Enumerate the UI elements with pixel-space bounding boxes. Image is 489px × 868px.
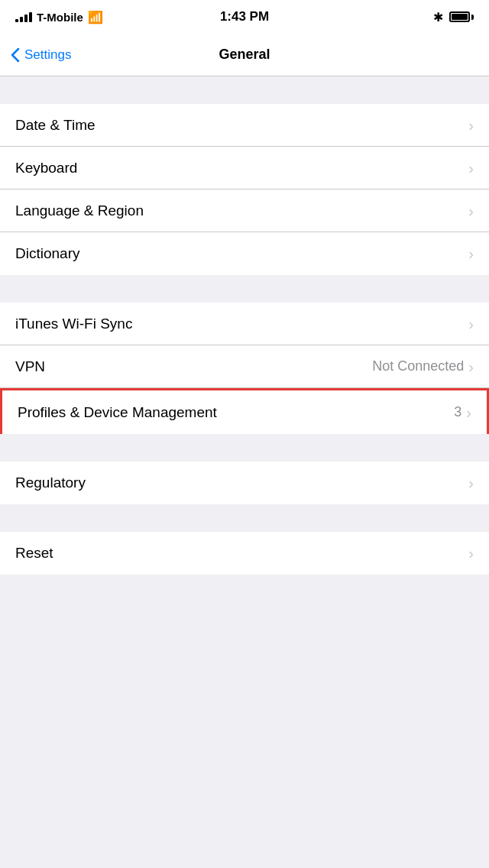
group-spacer-3 (0, 434, 489, 462)
chevron-icon: › (468, 160, 474, 176)
vpn-status: Not Connected (372, 358, 464, 374)
carrier-label: T-Mobile (37, 11, 83, 24)
chevron-icon: › (468, 475, 474, 491)
chevron-icon: › (468, 359, 474, 374)
row-vpn[interactable]: VPN Not Connected › (0, 345, 489, 388)
regulatory-label: Regulatory (15, 474, 86, 491)
back-button[interactable]: Settings (11, 47, 71, 63)
row-reset[interactable]: Reset › (0, 532, 489, 575)
nav-title: General (219, 47, 270, 63)
group-spacer-top (0, 76, 489, 104)
group-spacer-bottom (0, 575, 489, 602)
group-spacer-4 (0, 504, 489, 532)
chevron-icon: › (466, 405, 471, 420)
chevron-icon: › (468, 316, 474, 332)
row-profiles-device-management[interactable]: Profiles & Device Management 3 › (0, 388, 489, 434)
nav-bar: Settings General (0, 34, 489, 76)
chevron-icon: › (468, 118, 474, 133)
language-region-label: Language & Region (15, 202, 144, 219)
row-keyboard[interactable]: Keyboard › (0, 147, 489, 189)
wifi-icon: 📶 (88, 10, 103, 24)
status-time: 1:43 PM (220, 9, 269, 24)
status-left: T-Mobile 📶 (15, 10, 138, 24)
settings-group-4: Reset › (0, 532, 489, 575)
row-regulatory[interactable]: Regulatory › (0, 462, 489, 504)
row-dictionary[interactable]: Dictionary › (0, 232, 489, 275)
reset-label: Reset (15, 545, 53, 562)
itunes-wifi-sync-label: iTunes Wi-Fi Sync (15, 316, 132, 332)
row-language-region[interactable]: Language & Region › (0, 189, 489, 232)
dictionary-label: Dictionary (15, 245, 79, 262)
chevron-icon: › (468, 546, 474, 561)
row-itunes-wifi-sync[interactable]: iTunes Wi-Fi Sync › (0, 303, 489, 345)
vpn-label: VPN (15, 358, 45, 375)
status-bar: T-Mobile 📶 1:43 PM ✱ (0, 0, 489, 34)
back-chevron-icon (11, 47, 20, 63)
date-time-label: Date & Time (15, 117, 96, 134)
status-right: ✱ (351, 10, 474, 24)
profiles-count: 3 (454, 404, 461, 420)
profiles-device-mgmt-label: Profiles & Device Management (18, 404, 217, 421)
bluetooth-icon: ✱ (433, 10, 443, 24)
chevron-icon: › (468, 246, 474, 261)
keyboard-label: Keyboard (15, 160, 77, 177)
chevron-icon: › (468, 203, 474, 219)
row-date-time[interactable]: Date & Time › (0, 104, 489, 147)
settings-group-3: Regulatory › (0, 462, 489, 504)
settings-group-2: iTunes Wi-Fi Sync › VPN Not Connected › … (0, 303, 489, 434)
signal-bars (15, 11, 32, 22)
group-spacer-2 (0, 275, 489, 303)
battery-icon (449, 11, 474, 22)
back-label: Settings (24, 47, 71, 63)
settings-group-1: Date & Time › Keyboard › Language & Regi… (0, 104, 489, 275)
